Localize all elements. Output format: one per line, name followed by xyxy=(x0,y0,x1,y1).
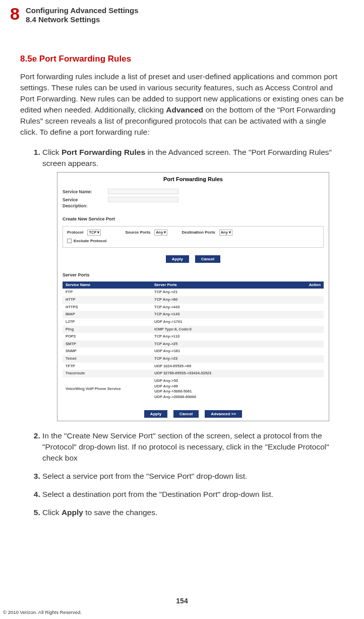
apply-button-bottom[interactable]: Apply xyxy=(144,410,167,418)
cancel-button-top[interactable]: Cancel xyxy=(195,255,220,263)
table-row: TFTPUDP 1024-65535->69 xyxy=(63,363,324,370)
table-row: SNMPUDP Any->161 xyxy=(63,348,324,355)
step-1: Click Port Forwarding Rules in the Advan… xyxy=(42,147,344,421)
screenshot-port-forwarding-rules: Port Forwarding Rules Service Name: Serv… xyxy=(57,172,329,421)
table-row: POP3TCP Any->110 xyxy=(63,333,324,341)
table-row: FTPTCP Any->21 xyxy=(63,289,324,296)
step-4: Select a destination port from the "Dest… xyxy=(42,489,344,500)
page-number: 154 xyxy=(0,597,364,605)
table-row: SMTPTCP Any->25 xyxy=(63,341,324,348)
table-row: VoiceWing VoIP Phone ServiceUDP Any->53 … xyxy=(63,377,324,401)
step-2: In the "Create New Service Port" section… xyxy=(42,430,344,464)
table-row: PingICMP Type:8, Code:0 xyxy=(63,326,324,333)
table-row: HTTPTCP Any->80 xyxy=(63,296,324,304)
table-row: IMAPTCP Any->143 xyxy=(63,311,324,318)
intro-paragraph: Port forwarding rules include a list of … xyxy=(20,71,344,138)
screenshot-title: Port Forwarding Rules xyxy=(57,173,329,188)
step-list: Click Port Forwarding Rules in the Advan… xyxy=(20,147,344,518)
protocol-select[interactable]: TCP ▾ xyxy=(87,230,101,236)
section-title: 8.5e Port Forwarding Rules xyxy=(20,54,344,64)
create-panel: Protocol TCP ▾ Source Ports Any ▾ Destin… xyxy=(63,226,324,248)
header-subtitle: 8.4 Network Settings xyxy=(26,15,139,24)
service-name-input[interactable] xyxy=(108,189,178,194)
header-title: Configuring Advanced Settings xyxy=(26,6,139,15)
chapter-header: 8 Configuring Advanced Settings 8.4 Netw… xyxy=(10,5,354,24)
table-row: TelnetTCP Any->23 xyxy=(63,355,324,363)
apply-button-top[interactable]: Apply xyxy=(166,255,189,263)
chapter-number: 8 xyxy=(10,5,20,22)
step-5: Click Apply to save the changes. xyxy=(42,507,344,518)
dest-ports-select[interactable]: Any ▾ xyxy=(219,230,232,236)
exclude-protocol-checkbox[interactable] xyxy=(67,239,72,243)
copyright: © 2010 Verizon. All Rights Reserved. xyxy=(3,609,82,615)
cancel-button-bottom[interactable]: Cancel xyxy=(173,410,199,418)
service-desc-input[interactable] xyxy=(108,197,178,202)
table-row: HTTPSTCP Any->443 xyxy=(63,304,324,311)
step-3: Select a service port from the "Service … xyxy=(42,471,344,482)
table-row: TracerouteUDP 32769-65535->33434-33523 xyxy=(63,370,324,377)
advanced-button[interactable]: Advanced >> xyxy=(205,410,242,418)
table-row: L2TPUDP Any->1701 xyxy=(63,318,324,326)
server-ports-table: Service Name Server Ports Action FTPTCP … xyxy=(63,282,324,401)
source-ports-select[interactable]: Any ▾ xyxy=(154,230,167,236)
